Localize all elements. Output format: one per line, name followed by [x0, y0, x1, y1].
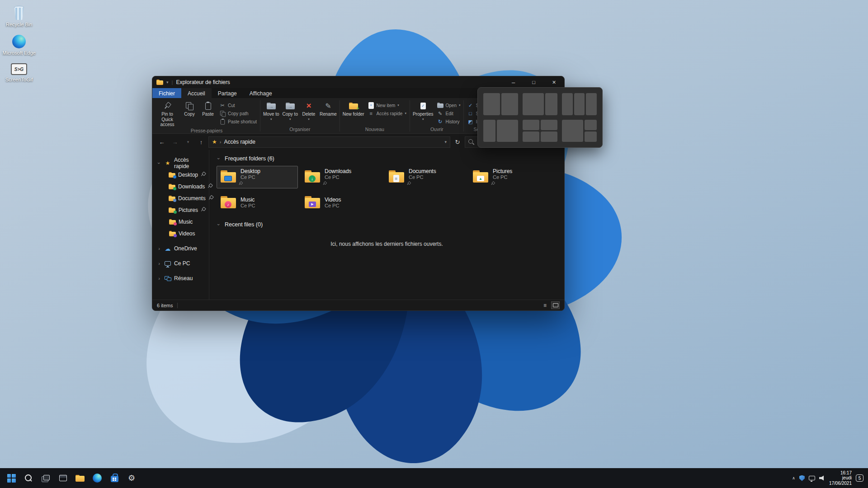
section-chevron-icon[interactable]: › — [217, 222, 221, 227]
address-bar[interactable]: ★ › Accès rapide ▾ — [208, 136, 450, 148]
onedrive-cloud-icon: ☁ — [165, 245, 171, 252]
snap-layout-option-two-columns[interactable] — [483, 93, 518, 115]
refresh-button[interactable]: ↻ — [452, 136, 463, 147]
pushpin-icon — [162, 101, 172, 110]
star-icon: ★ — [165, 160, 170, 166]
expand-chevron-icon[interactable]: › — [157, 160, 161, 166]
maximize-button[interactable]: □ — [524, 76, 544, 88]
folder-tile-desktop[interactable]: Desktop Ce PC — [217, 166, 298, 188]
store-bag-icon — [111, 476, 118, 482]
snap-layout-option-three-columns[interactable] — [562, 93, 597, 115]
hidden-icons-chevron[interactable]: ∧ — [792, 476, 795, 480]
desktop-icon-recycle-bin[interactable]: Recycle Bin — [2, 5, 36, 28]
snap-layout-option-quarters[interactable] — [523, 120, 557, 142]
sidebar-item-onedrive[interactable]: › ☁ OneDrive — [152, 243, 209, 254]
copy-to-button[interactable]: → Copy to ▾ — [281, 99, 299, 126]
sidebar-item-downloads[interactable]: Downloads — [152, 181, 209, 192]
forward-button[interactable]: → — [169, 136, 181, 147]
sidebar-item-desktop[interactable]: Desktop — [152, 169, 209, 181]
minimize-button[interactable]: – — [503, 76, 524, 88]
sidebar-item-quick-access[interactable]: › ★ Accès rapide — [152, 157, 209, 169]
snap-layout-option-narrow-left[interactable] — [483, 120, 518, 142]
collapse-chevron-icon[interactable]: › — [157, 276, 161, 281]
folder-tile-music[interactable]: ♪ Music Ce PC — [217, 192, 298, 214]
edge-button[interactable] — [89, 469, 106, 487]
search-icon — [24, 474, 33, 482]
clock[interactable]: 16:17 jeudi 17/06/2021 — [829, 470, 852, 486]
snap-layout-option-wide-left[interactable] — [523, 93, 557, 115]
ribbon-group-new: + New folder + New item ▾ ≡ Accès rapide… — [340, 99, 410, 133]
sidebar-item-music[interactable]: Music — [152, 216, 209, 228]
title-bar[interactable]: ▾ | Explorateur de fichiers – □ × — [152, 76, 564, 88]
group-label-open: Ouvrir — [410, 126, 464, 133]
new-folder-button[interactable]: + New folder — [341, 99, 366, 126]
rename-button[interactable]: ✎ Rename — [318, 99, 338, 126]
folder-tile-documents[interactable]: ≡ Documents Ce PC — [385, 166, 466, 188]
network-tray-icon[interactable] — [809, 476, 815, 480]
tab-accueil[interactable]: Accueil — [181, 88, 212, 98]
pin-icon — [238, 181, 243, 186]
large-icons-view-button[interactable] — [551, 301, 560, 309]
volume-icon[interactable] — [819, 475, 825, 481]
tab-fichier[interactable]: Fichier — [152, 88, 181, 98]
collapse-chevron-icon[interactable]: › — [157, 246, 161, 251]
easy-access-button[interactable]: ≡ Accès rapide ▾ — [366, 110, 408, 117]
desktop-icon-screentogif[interactable]: S>G ScreenToGif — [2, 63, 36, 83]
file-explorer-button[interactable] — [71, 469, 89, 487]
details-view-button[interactable]: ≡ — [541, 301, 549, 309]
move-to-button[interactable]: → Move to ▾ — [262, 99, 281, 126]
download-arrow-icon: ↓ — [309, 175, 316, 182]
folder-tile-videos[interactable]: ▶ Videos Ce PC — [301, 192, 382, 214]
security-shield-icon[interactable] — [799, 475, 805, 481]
tab-affichage[interactable]: Affichage — [243, 88, 278, 98]
desktop[interactable]: { "icons": { "back": "←", "forward": "→"… — [0, 0, 868, 488]
widgets-button[interactable] — [54, 469, 71, 487]
open-button[interactable]: Open ▾ — [435, 102, 462, 109]
copy-button[interactable]: Copy — [180, 99, 198, 127]
tab-partage[interactable]: Partage — [212, 88, 243, 98]
edit-button[interactable]: ✎ Edit — [435, 110, 462, 117]
sidebar-item-videos[interactable]: Videos — [152, 228, 209, 239]
breadcrumb-location[interactable]: Accès rapide — [224, 139, 255, 145]
sidebar-item-network[interactable]: › Réseau — [152, 272, 209, 284]
properties-button[interactable]: ✓ Properties ▾ — [411, 99, 435, 126]
store-button[interactable] — [106, 469, 123, 487]
cut-button[interactable]: ✂ Cut — [217, 102, 259, 109]
search-button[interactable] — [20, 469, 37, 487]
close-button[interactable]: × — [544, 76, 564, 88]
pin-to-quick-access-button[interactable]: Pin to Quick access — [155, 99, 180, 127]
new-item-button[interactable]: + New item ▾ — [366, 102, 408, 109]
folder-tile-pictures[interactable]: ▲ Pictures Ce PC — [469, 166, 550, 188]
sidebar-item-this-pc[interactable]: › Ce PC — [152, 258, 209, 269]
history-button[interactable]: ↻ History — [435, 118, 462, 125]
address-dropdown-icon[interactable]: ▾ — [444, 140, 447, 144]
desktop-icon-edge[interactable]: Microsoft Edge — [2, 35, 36, 56]
task-view-button[interactable] — [37, 469, 54, 487]
paste-shortcut-button[interactable]: Paste shortcut — [217, 118, 259, 125]
settings-button[interactable]: ⚙ — [123, 469, 140, 487]
snap-layout-option-left-stacked-right[interactable] — [562, 120, 597, 142]
start-button[interactable] — [3, 469, 20, 487]
recent-locations-button[interactable]: ▾ — [182, 136, 194, 147]
content-pane: › Frequent folders (6) Desktop Ce PC ↓ D… — [209, 150, 564, 300]
sidebar-item-pictures[interactable]: Pictures — [152, 204, 209, 216]
quick-access-toolbar-dropdown-icon[interactable]: ▾ — [166, 80, 169, 84]
section-chevron-icon[interactable]: › — [217, 156, 221, 161]
folder-tile-downloads[interactable]: ↓ Downloads Ce PC — [301, 166, 382, 188]
section-frequent-folders[interactable]: › Frequent folders (6) — [217, 155, 557, 162]
paste-button[interactable]: Paste — [199, 99, 217, 127]
search-icon — [468, 139, 474, 145]
paste-icon — [205, 102, 211, 110]
clock-day: jeudi — [829, 475, 852, 481]
up-button[interactable]: ↑ — [195, 136, 207, 147]
new-item-icon: + — [368, 102, 374, 109]
notification-count-badge[interactable]: 5 — [856, 474, 863, 482]
collapse-chevron-icon[interactable]: › — [157, 261, 161, 266]
delete-button[interactable]: × Delete ▾ — [300, 99, 318, 126]
back-button[interactable]: ← — [156, 136, 168, 147]
pin-icon — [322, 181, 327, 186]
section-recent-files[interactable]: › Recent files (0) — [217, 221, 557, 228]
copy-path-button[interactable]: Copy path — [217, 110, 259, 117]
sidebar-item-documents[interactable]: Documents — [152, 192, 209, 204]
navigation-pane: › ★ Accès rapide Desktop Downloads Docum… — [152, 150, 209, 300]
